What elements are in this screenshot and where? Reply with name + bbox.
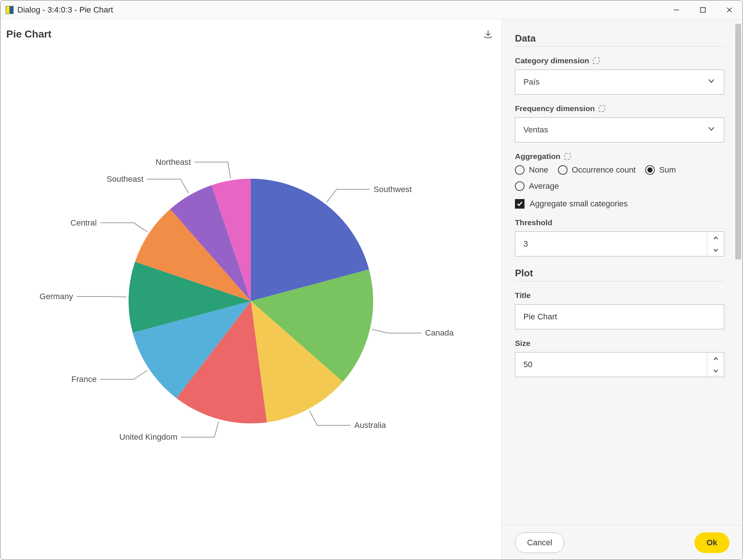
- aggregation-radio-sum[interactable]: Sum: [645, 165, 676, 175]
- radio-dot: [645, 165, 655, 175]
- check-icon: [516, 201, 523, 207]
- aggregation-radio-occurrence[interactable]: Occurrence count: [558, 165, 636, 175]
- window-controls: [663, 0, 743, 20]
- text-value: Pie Chart: [523, 312, 557, 322]
- radio-label: Average: [529, 181, 559, 191]
- pie-slice-label: Australia: [354, 421, 386, 430]
- preview-pane: Pie Chart SouthwestCanadaAustraliaUnited…: [0, 20, 501, 560]
- pie-slice-label: Canada: [425, 328, 454, 337]
- radio-label: Occurrence count: [572, 165, 636, 175]
- label-text: Title: [515, 291, 531, 300]
- radio-label: Sum: [659, 165, 676, 175]
- frequency-dimension-select[interactable]: Ventas: [515, 117, 724, 142]
- pie-leader: [327, 189, 370, 202]
- number-value: 3: [515, 232, 707, 256]
- select-value: Ventas: [523, 125, 548, 135]
- section-header-plot: Plot: [515, 267, 724, 279]
- download-chart-button[interactable]: [481, 27, 495, 42]
- label-text: Size: [515, 339, 530, 348]
- pie-leader: [310, 411, 351, 425]
- spin-down-button[interactable]: [707, 365, 724, 377]
- window-close-button[interactable]: [716, 0, 743, 20]
- section-header-data: Data: [515, 33, 724, 44]
- aggregation-radios: None Occurrence count Sum Average: [515, 165, 724, 191]
- chevron-down-icon: [707, 124, 716, 135]
- radio-dot: [515, 181, 525, 191]
- window-minimize-button[interactable]: [663, 0, 690, 20]
- spin-up-button[interactable]: [707, 352, 724, 365]
- category-dimension-label: Category dimension: [515, 56, 724, 65]
- number-value: 50: [515, 352, 707, 377]
- ok-button[interactable]: Ok: [694, 532, 729, 553]
- label-text: Threshold: [515, 218, 552, 227]
- app-icon: [6, 6, 14, 14]
- title-input[interactable]: Pie Chart: [515, 304, 724, 329]
- window-maximize-button[interactable]: [690, 0, 716, 20]
- spinners: [707, 352, 724, 377]
- size-input[interactable]: 50: [515, 352, 724, 377]
- pie-leader: [195, 162, 231, 178]
- svg-rect-0: [701, 7, 705, 12]
- window-title: Dialog - 3:4:0:3 - Pie Chart: [17, 5, 113, 15]
- category-dimension-select[interactable]: País: [515, 70, 724, 95]
- aggregate-small-checkbox[interactable]: Aggregate small categories: [515, 199, 724, 209]
- cancel-button[interactable]: Cancel: [515, 532, 564, 553]
- title-field-label: Title: [515, 291, 724, 300]
- divider: [515, 46, 724, 47]
- spin-down-button[interactable]: [707, 244, 724, 256]
- chevron-down-icon: [707, 77, 716, 88]
- pie-leader: [100, 223, 147, 232]
- pie-leader: [372, 329, 422, 333]
- pie-slice-label: Southwest: [374, 185, 412, 194]
- aggregation-radio-average[interactable]: Average: [515, 181, 559, 191]
- pie-leader: [77, 297, 127, 297]
- flow-variable-icon[interactable]: [593, 57, 600, 64]
- pie-leader: [147, 179, 189, 193]
- aggregation-label: Aggregation: [515, 152, 724, 161]
- divider: [515, 281, 724, 281]
- radio-label: None: [529, 165, 548, 175]
- size-field-label: Size: [515, 339, 724, 348]
- aggregation-radio-none[interactable]: None: [515, 165, 548, 175]
- label-text: Aggregation: [515, 152, 561, 161]
- pie-slice-label: Southeast: [107, 174, 143, 184]
- pie-leader: [181, 421, 218, 437]
- label-text: Category dimension: [515, 56, 589, 65]
- spinners: [707, 232, 724, 256]
- radio-dot: [558, 165, 568, 175]
- pie-slice-label: United Kingdom: [119, 432, 177, 442]
- pie-slice-label: France: [71, 375, 97, 384]
- window-titlebar: Dialog - 3:4:0:3 - Pie Chart: [0, 0, 743, 20]
- pie-slice-label: Northeast: [156, 157, 191, 167]
- checkbox-label: Aggregate small categories: [530, 199, 628, 209]
- download-icon: [483, 29, 493, 39]
- pie-chart: SouthwestCanadaAustraliaUnited KingdomFr…: [6, 42, 495, 531]
- pie-slice-label: Central: [70, 218, 96, 227]
- radio-dot: [515, 165, 525, 175]
- dialog-footer: Cancel Ok: [502, 525, 743, 560]
- flow-variable-icon[interactable]: [598, 105, 605, 112]
- checkbox-box: [515, 199, 525, 209]
- flow-variable-icon[interactable]: [564, 153, 571, 160]
- select-value: País: [523, 77, 540, 87]
- label-text: Frequency dimension: [515, 104, 595, 113]
- chart-title: Pie Chart: [6, 28, 51, 40]
- scrollbar-thumb[interactable]: [735, 24, 741, 259]
- spin-up-button[interactable]: [707, 232, 724, 244]
- pie-leader: [100, 370, 147, 379]
- config-panel: Data Category dimension País Frequency d…: [501, 20, 743, 560]
- frequency-dimension-label: Frequency dimension: [515, 104, 724, 113]
- threshold-label: Threshold: [515, 218, 724, 227]
- pie-slice-label: Germany: [39, 292, 73, 301]
- threshold-input[interactable]: 3: [515, 231, 724, 256]
